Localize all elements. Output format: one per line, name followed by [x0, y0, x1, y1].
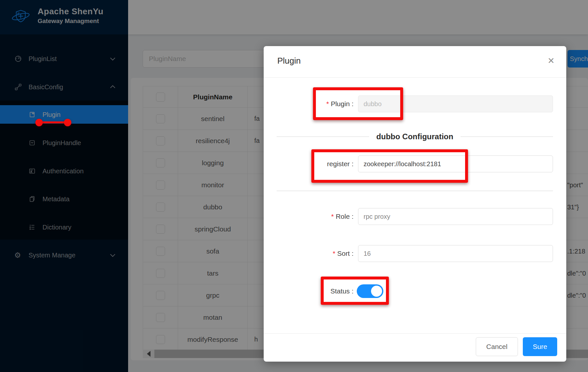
section-title: dubbo Configuration [376, 132, 453, 141]
app-screen: Apache ShenYu Gateway Managment PluginLi… [0, 0, 588, 372]
section-divider-bottom [277, 191, 553, 191]
annotation-dot-left [35, 119, 43, 126]
modal-header: Plugin ✕ [264, 46, 566, 78]
close-icon[interactable]: ✕ [547, 56, 555, 65]
annotation-box-status-toggle [321, 277, 389, 305]
annotation-box-plugin-field [313, 87, 403, 120]
modal-footer-divider [264, 333, 566, 334]
sort-input[interactable] [358, 245, 553, 262]
sort-field-label: Sort [264, 245, 354, 262]
section-divider: dubbo Configuration [277, 131, 553, 142]
cancel-button[interactable]: Cancel [476, 337, 518, 356]
plugin-edit-modal: Plugin ✕ Plugin dubbo Configuration regi… [264, 46, 566, 362]
annotation-box-register-field [311, 149, 468, 183]
modal-title: Plugin [277, 56, 301, 66]
sort-field-row: Sort [264, 245, 566, 262]
status-field-row: Status [264, 283, 566, 300]
role-field-label: Role [264, 208, 354, 225]
annotation-underline-plugin-menu [39, 121, 68, 123]
sure-button[interactable]: Sure [523, 337, 557, 356]
annotation-dot-right [64, 119, 71, 126]
role-input[interactable] [358, 208, 553, 225]
plugin-field-row: Plugin [264, 95, 566, 112]
role-field-row: Role [264, 208, 566, 225]
